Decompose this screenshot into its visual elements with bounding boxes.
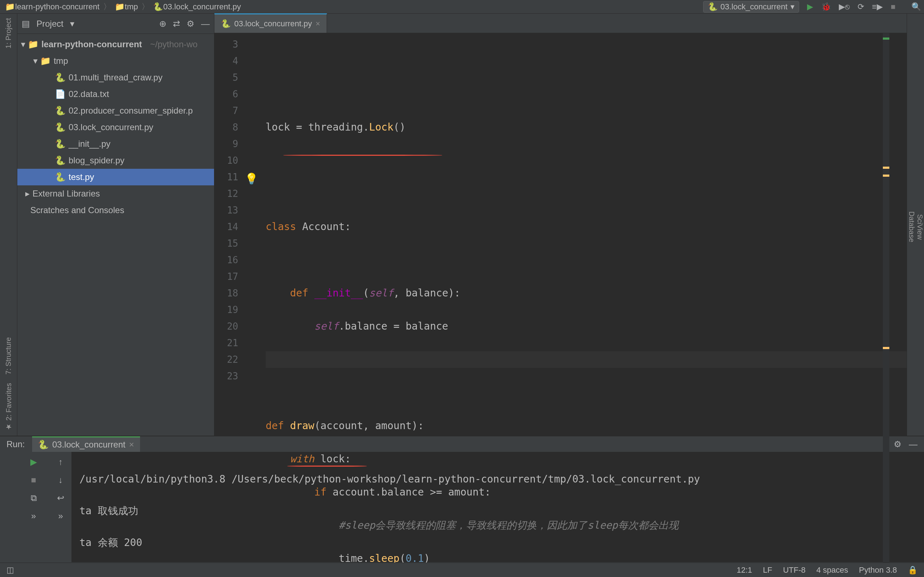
tree-file[interactable]: 🐍 02.producer_consumer_spider.p bbox=[17, 102, 214, 119]
soft-wrap-icon[interactable]: ↩ bbox=[57, 493, 64, 503]
stop-icon[interactable]: ■ bbox=[31, 475, 36, 485]
python-file-icon: 🐍 bbox=[153, 2, 161, 11]
code-content[interactable]: lock = threading.Lock() class Account: d… bbox=[259, 33, 907, 577]
breadcrumb-item[interactable]: learn-python-concurrent bbox=[15, 2, 100, 11]
footer-status: ◫ 12:1 LF UTF-8 4 spaces Python 3.8 🔒 bbox=[0, 562, 924, 577]
tool-tab-database[interactable]: Database bbox=[908, 208, 916, 246]
tree-file[interactable]: 🐍 03.lock_concurrent.py bbox=[17, 119, 214, 135]
tool-tab-project[interactable]: 1: Project bbox=[4, 14, 13, 53]
chevron-down-icon: ▾ bbox=[790, 2, 795, 11]
tree-external[interactable]: ▸ External Libraries bbox=[17, 185, 214, 202]
chevron-down-icon[interactable]: ▾ bbox=[70, 19, 74, 29]
tree-file-selected[interactable]: 🐍 test.py bbox=[17, 169, 214, 185]
more-icon[interactable]: » bbox=[31, 511, 36, 521]
tree-file[interactable]: 🐍 __init__.py bbox=[17, 135, 214, 152]
navigation-bar: 📁learn-python-concurrent 〉 📁tmp 〉 🐍03.lo… bbox=[0, 0, 924, 14]
close-icon[interactable]: × bbox=[129, 440, 134, 450]
python-file-icon: 🐍 bbox=[38, 440, 49, 450]
editor-tabs: 🐍 03.lock_concurrent.py × bbox=[215, 14, 907, 33]
caret-position[interactable]: 12:1 bbox=[737, 566, 752, 575]
project-panel: ▤ Project ▾ ⊕ ⇄ ⚙ — ▾ 📁 learn-python-con… bbox=[17, 14, 215, 436]
lightbulb-icon[interactable]: 💡 bbox=[245, 172, 258, 185]
hide-icon[interactable]: — bbox=[201, 19, 210, 29]
lock-icon[interactable]: 🔒 bbox=[908, 566, 918, 575]
folder-icon: 📁 bbox=[5, 2, 13, 11]
line-gutter[interactable]: 34567891011121314151617181920212223 bbox=[215, 33, 242, 577]
chevron-right-icon: 〉 bbox=[103, 2, 111, 12]
project-panel-title[interactable]: Project bbox=[36, 19, 63, 29]
folder-icon: 📁 bbox=[115, 2, 123, 11]
close-icon[interactable]: × bbox=[315, 19, 320, 29]
locate-icon[interactable]: ⊕ bbox=[159, 19, 166, 29]
debug-icon[interactable]: 🐞 bbox=[821, 2, 831, 11]
tree-file[interactable]: 🐍 01.multi_thread_craw.py bbox=[17, 69, 214, 86]
tool-windows-icon[interactable]: ◫ bbox=[6, 566, 14, 575]
project-view-icon[interactable]: ▤ bbox=[22, 19, 30, 29]
tool-tab-sciview[interactable]: SciView bbox=[916, 211, 924, 243]
up-icon[interactable]: ↑ bbox=[58, 457, 63, 467]
left-tool-strip: 1: Project 7: Structure ★ 2: Favorites bbox=[0, 14, 17, 436]
line-ending[interactable]: LF bbox=[763, 566, 772, 575]
tree-file[interactable]: 🐍 blog_spider.py bbox=[17, 152, 214, 169]
breadcrumb[interactable]: 📁learn-python-concurrent 〉 📁tmp 〉 🐍03.lo… bbox=[3, 2, 243, 12]
tool-tab-structure[interactable]: 7: Structure bbox=[4, 333, 13, 379]
tree-scratches[interactable]: Scratches and Consoles bbox=[17, 202, 214, 219]
settings-icon[interactable]: ⚙ bbox=[187, 19, 195, 29]
tree-root[interactable]: ▾ 📁 learn-python-concurrent ~/python-wo bbox=[17, 36, 214, 53]
tool-tab-favorites[interactable]: ★ 2: Favorites bbox=[4, 379, 13, 436]
interpreter[interactable]: Python 3.8 bbox=[859, 566, 897, 575]
run-config-label: 03.lock_concurrent bbox=[720, 2, 788, 11]
run-label: Run: bbox=[6, 439, 25, 449]
breadcrumb-item[interactable]: tmp bbox=[125, 2, 138, 11]
layout-icon[interactable]: ⧉ bbox=[31, 493, 37, 503]
rerun-icon[interactable]: ▶ bbox=[30, 457, 37, 467]
tree-file[interactable]: 📄 02.data.txt bbox=[17, 86, 214, 102]
search-icon[interactable]: 🔍 bbox=[911, 2, 921, 11]
profile-icon[interactable]: ⟳ bbox=[858, 2, 864, 11]
run-controls: ▶ ■ ⧉ » bbox=[17, 452, 50, 577]
more-icon[interactable]: » bbox=[58, 511, 63, 521]
concurrency-icon[interactable]: ≡▶ bbox=[872, 2, 883, 11]
python-file-icon: 🐍 bbox=[708, 2, 717, 11]
editor: 🐍 03.lock_concurrent.py × 34567891011121… bbox=[215, 14, 907, 436]
right-tool-strip: SciView Database bbox=[907, 14, 924, 436]
editor-tab-label: 03.lock_concurrent.py bbox=[234, 19, 312, 29]
run-icon[interactable]: ▶ bbox=[807, 2, 813, 11]
tree-folder[interactable]: ▾ 📁 tmp bbox=[17, 53, 214, 69]
indent[interactable]: 4 spaces bbox=[816, 566, 848, 575]
editor-tab[interactable]: 🐍 03.lock_concurrent.py × bbox=[215, 13, 327, 33]
hide-icon[interactable]: — bbox=[909, 439, 918, 449]
run-tab-label: 03.lock_concurrent bbox=[52, 440, 126, 450]
collapse-icon[interactable]: ⇄ bbox=[173, 19, 180, 29]
python-file-icon: 🐍 bbox=[221, 19, 231, 29]
down-icon[interactable]: ↓ bbox=[58, 475, 63, 485]
error-stripe[interactable] bbox=[883, 33, 889, 577]
stop-icon[interactable]: ■ bbox=[891, 2, 895, 11]
run-config-selector[interactable]: 🐍 03.lock_concurrent ▾ bbox=[703, 1, 799, 13]
encoding[interactable]: UTF-8 bbox=[783, 566, 805, 575]
gutter-icons: 💡 bbox=[242, 33, 259, 577]
chevron-right-icon: 〉 bbox=[142, 2, 149, 12]
breadcrumb-item[interactable]: 03.lock_concurrent.py bbox=[163, 2, 241, 11]
run-coverage-icon[interactable]: ▶⎋ bbox=[839, 2, 850, 11]
project-tree[interactable]: ▾ 📁 learn-python-concurrent ~/python-wo … bbox=[17, 34, 214, 221]
run-tab[interactable]: 🐍 03.lock_concurrent × bbox=[32, 436, 140, 452]
